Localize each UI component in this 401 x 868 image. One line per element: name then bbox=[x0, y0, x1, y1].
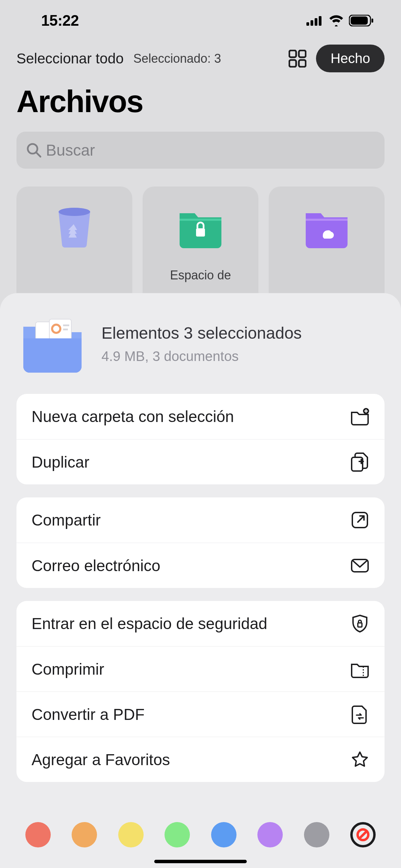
color-tag-gray[interactable] bbox=[304, 822, 329, 847]
svg-rect-7 bbox=[289, 50, 296, 57]
action-label: Duplicar bbox=[32, 453, 89, 471]
color-tag-orange[interactable] bbox=[72, 822, 97, 847]
cloud-folder-icon bbox=[303, 207, 350, 248]
folder-trash[interactable] bbox=[16, 186, 132, 310]
action-sheet: Elementos 3 seleccionados 4.9 MB, 3 docu… bbox=[0, 293, 401, 868]
svg-rect-17 bbox=[306, 219, 348, 221]
zip-icon bbox=[350, 660, 369, 679]
doc-plus-icon bbox=[350, 453, 369, 472]
star-icon bbox=[350, 750, 369, 769]
folder-secure[interactable]: Espacio de bbox=[143, 186, 258, 310]
status-bar: 15:22 bbox=[0, 0, 401, 41]
svg-line-12 bbox=[36, 153, 40, 157]
action-favorite[interactable]: Agregar a Favoritos bbox=[16, 737, 385, 782]
action-label: Agregar a Favoritos bbox=[32, 750, 170, 769]
svg-rect-15 bbox=[180, 219, 221, 221]
svg-rect-16 bbox=[196, 228, 205, 237]
action-label: Convertir a PDF bbox=[32, 705, 145, 724]
action-group-1: Nueva carpeta con selección Duplicar bbox=[16, 394, 385, 484]
status-time: 15:22 bbox=[41, 12, 79, 29]
lock-folder-icon bbox=[177, 207, 224, 248]
share-icon bbox=[350, 510, 369, 530]
color-tag-none[interactable] bbox=[350, 822, 376, 847]
action-label: Correo electrónico bbox=[32, 556, 160, 575]
svg-rect-9 bbox=[289, 60, 296, 67]
action-group-3: Entrar en el espacio de seguridad Compri… bbox=[16, 601, 385, 782]
color-tag-yellow[interactable] bbox=[118, 822, 144, 847]
color-tag-purple[interactable] bbox=[257, 822, 283, 847]
svg-rect-8 bbox=[299, 50, 306, 57]
color-tag-blue[interactable] bbox=[211, 822, 236, 847]
select-all-button[interactable]: Seleccionar todo bbox=[16, 50, 124, 67]
action-compress[interactable]: Comprimir bbox=[16, 646, 385, 691]
action-secure-space[interactable]: Entrar en el espacio de seguridad bbox=[16, 601, 385, 646]
search-placeholder: Buscar bbox=[46, 141, 95, 159]
action-email[interactable]: Correo electrónico bbox=[16, 543, 385, 588]
action-label: Compartir bbox=[32, 511, 101, 529]
search-icon bbox=[26, 142, 42, 158]
svg-rect-0 bbox=[306, 22, 309, 26]
action-group-2: Compartir Correo electrónico bbox=[16, 497, 385, 588]
cellular-icon bbox=[306, 15, 324, 26]
svg-rect-5 bbox=[351, 16, 368, 25]
svg-point-14 bbox=[59, 208, 90, 216]
selected-count-label: Seleccionado: 3 bbox=[133, 51, 221, 66]
action-label: Nueva carpeta con selección bbox=[32, 407, 234, 426]
status-icons bbox=[306, 15, 374, 26]
svg-line-30 bbox=[358, 516, 364, 522]
sheet-subtitle: 4.9 MB, 3 documentos bbox=[101, 349, 302, 364]
folders-row: Espacio de bbox=[0, 169, 401, 310]
selection-toolbar: Seleccionar todo Seleccionado: 3 Hecho bbox=[0, 41, 401, 76]
svg-rect-3 bbox=[319, 16, 321, 26]
action-label: Entrar en el espacio de seguridad bbox=[32, 614, 267, 633]
battery-icon bbox=[349, 15, 374, 26]
svg-rect-2 bbox=[315, 18, 317, 26]
mail-icon bbox=[350, 556, 369, 575]
trash-icon bbox=[51, 207, 98, 248]
home-indicator bbox=[154, 860, 247, 863]
wifi-icon bbox=[328, 15, 344, 26]
page-title: Archivos bbox=[0, 76, 401, 122]
shield-lock-icon bbox=[350, 614, 369, 633]
color-tag-green[interactable] bbox=[165, 822, 190, 847]
action-duplicate[interactable]: Duplicar bbox=[16, 439, 385, 484]
svg-rect-6 bbox=[372, 19, 373, 23]
action-label: Comprimir bbox=[32, 660, 104, 678]
svg-rect-32 bbox=[358, 623, 362, 627]
done-button[interactable]: Hecho bbox=[316, 45, 385, 72]
sheet-header: Elementos 3 seleccionados 4.9 MB, 3 docu… bbox=[0, 307, 401, 387]
convert-icon bbox=[350, 705, 369, 724]
svg-rect-10 bbox=[299, 60, 306, 67]
action-convert-pdf[interactable]: Convertir a PDF bbox=[16, 691, 385, 737]
grid-view-icon[interactable] bbox=[289, 50, 306, 68]
sheet-title: Elementos 3 seleccionados bbox=[101, 324, 302, 342]
svg-rect-1 bbox=[311, 20, 313, 26]
action-new-folder[interactable]: Nueva carpeta con selección bbox=[16, 394, 385, 439]
folder-plus-icon bbox=[350, 407, 369, 426]
search-input[interactable]: Buscar bbox=[16, 132, 385, 169]
color-tag-row bbox=[0, 822, 401, 847]
folder-cloud[interactable] bbox=[269, 186, 385, 310]
color-tag-red[interactable] bbox=[25, 822, 51, 847]
folder-label: Espacio de bbox=[170, 268, 231, 282]
documents-folder-icon bbox=[20, 314, 85, 373]
action-share[interactable]: Compartir bbox=[16, 497, 385, 543]
